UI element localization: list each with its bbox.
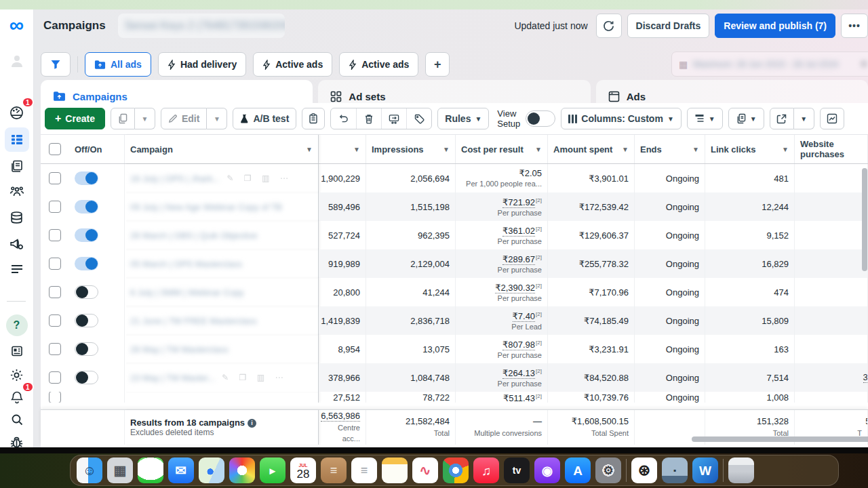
campaign-toggle[interactable] xyxy=(75,342,98,356)
sidebar-item-all-tools[interactable] xyxy=(5,257,29,281)
review-publish-button[interactable]: Review and publish (7) xyxy=(715,14,835,38)
campaign-toggle[interactable] xyxy=(75,171,98,185)
dock-maps-icon[interactable] xyxy=(199,458,224,483)
breakdown-dropdown[interactable]: ▼ xyxy=(687,108,723,129)
sidebar-item-notifications[interactable]: 1 xyxy=(5,385,29,409)
account-selector[interactable]: Sensei Keys 2 (764817391590206) ▼ xyxy=(118,14,285,38)
date-range-selector[interactable]: ▦ Maximum: 28 Jun 2023 - 28 Jul 2024 ▼ xyxy=(671,52,868,77)
row-hover-actions[interactable]: ✎ ❐ ▥ ⋯ xyxy=(222,373,287,382)
row-checkbox[interactable] xyxy=(49,371,61,384)
column-amount-spent[interactable]: Amount spent▼ xyxy=(548,135,635,163)
dock-calendar-icon[interactable]: JUL28 xyxy=(290,458,316,483)
dock-reminders-icon[interactable]: ≡ xyxy=(351,458,377,483)
sidebar-item-campaigns[interactable] xyxy=(5,127,29,152)
dock-launchpad-icon[interactable]: ▦ xyxy=(107,458,133,483)
select-all-checkbox[interactable] xyxy=(49,143,61,155)
sidebar-item-overview[interactable]: 1 xyxy=(5,100,29,125)
delete-button[interactable] xyxy=(356,108,381,129)
campaign-name[interactable]: 16 July | OPS | Jhark... xyxy=(130,174,220,184)
dock-mail-icon[interactable]: ✉ xyxy=(168,458,194,483)
ab-test-button[interactable]: A/B test xyxy=(233,108,296,129)
duplicate-dropdown[interactable]: ▼ xyxy=(135,108,155,129)
undo-button[interactable] xyxy=(331,108,356,129)
campaign-name[interactable]: 26 March | OBS | Quik Objective xyxy=(130,230,257,241)
sidebar-item-search[interactable] xyxy=(5,407,29,432)
campaign-toggle[interactable] xyxy=(75,371,98,384)
dock-contacts-icon[interactable]: ≡ xyxy=(321,458,347,483)
dock-chatgpt-icon[interactable]: ⊛ xyxy=(631,458,657,483)
sidebar-item-billing[interactable] xyxy=(5,205,29,230)
vertical-scrollbar[interactable] xyxy=(862,168,867,271)
row-checkbox[interactable] xyxy=(49,201,61,213)
export-placement-button[interactable] xyxy=(381,108,406,129)
column-website-purchases[interactable]: Website purchases xyxy=(795,135,868,163)
filter-had-delivery[interactable]: Had delivery xyxy=(158,52,246,77)
row-checkbox[interactable] xyxy=(49,314,61,327)
charts-button[interactable] xyxy=(820,108,844,129)
horizontal-scrollbar[interactable] xyxy=(692,436,868,442)
tag-button[interactable] xyxy=(406,108,431,129)
column-impressions[interactable]: Impressions▼ xyxy=(366,135,456,163)
column-results[interactable]: ▼ xyxy=(319,135,366,163)
dock-finder-icon[interactable]: ☺ xyxy=(77,458,102,483)
filter-button[interactable] xyxy=(41,52,71,77)
campaign-name[interactable]: 21 June | TM FREE Masterclass xyxy=(130,316,257,326)
sidebar-item-updates[interactable] xyxy=(5,339,29,363)
dock-facetime-icon[interactable]: ► xyxy=(260,458,285,483)
rules-dropdown[interactable]: Rules ▼ xyxy=(437,108,489,129)
dock-freeform-icon[interactable]: ∿ xyxy=(412,458,438,483)
column-campaign[interactable]: Campaign▼ xyxy=(125,135,319,163)
dock-music-icon[interactable]: ♫ xyxy=(473,458,499,483)
dock-photos-icon[interactable] xyxy=(229,458,255,483)
help-button[interactable]: ? xyxy=(5,313,29,338)
dock-notes-icon[interactable] xyxy=(382,458,408,483)
sidebar-item-advertise[interactable] xyxy=(5,231,29,256)
row-checkbox[interactable] xyxy=(49,286,61,298)
duplicate-button[interactable] xyxy=(111,108,135,129)
sidebar-item-report-bug[interactable] xyxy=(5,430,29,447)
campaign-toggle[interactable] xyxy=(75,285,98,299)
filter-all-ads[interactable]: All ads xyxy=(85,52,151,77)
create-button[interactable]: + Create xyxy=(45,108,105,129)
column-cost-per-result[interactable]: Cost per result▼ xyxy=(456,135,548,163)
dock-app-store-icon[interactable]: A xyxy=(565,458,591,483)
column-ends[interactable]: Ends▼ xyxy=(635,135,705,163)
campaign-name[interactable]: 26 May | TM Masterclass xyxy=(130,344,229,354)
edit-dropdown[interactable]: ▼ xyxy=(207,108,227,129)
sidebar-item-pages[interactable] xyxy=(5,154,29,178)
dock-messages-icon[interactable] xyxy=(138,458,163,483)
campaign-toggle[interactable] xyxy=(75,228,98,242)
edit-button[interactable]: Edit xyxy=(161,108,207,129)
dock-system-settings-icon[interactable]: ⚙ xyxy=(595,458,621,483)
row-checkbox[interactable] xyxy=(49,343,61,355)
campaign-toggle[interactable] xyxy=(75,314,98,327)
row-checkbox[interactable] xyxy=(49,392,61,403)
columns-dropdown[interactable]: Columns: Custom ▼ xyxy=(561,108,681,129)
discard-drafts-button[interactable]: Discard Drafts xyxy=(627,14,710,38)
column-link-clicks[interactable]: Link clicks▼ xyxy=(705,135,795,163)
campaign-name[interactable]: 09 July | New Age Webinar Copy of TB xyxy=(130,202,282,212)
add-filter-button[interactable]: + xyxy=(425,52,450,77)
reports-dropdown[interactable]: ▼ xyxy=(728,108,764,129)
dock-trash-icon[interactable] xyxy=(728,458,754,483)
campaign-name[interactable]: 23 May | TM Master... xyxy=(130,373,215,383)
info-icon[interactable]: i xyxy=(248,419,256,428)
row-checkbox[interactable] xyxy=(49,258,61,270)
row-checkbox[interactable] xyxy=(49,229,61,241)
dock-chrome-icon[interactable] xyxy=(443,458,469,483)
more-options-button[interactable]: ••• xyxy=(841,14,868,38)
filter-active-ads-2[interactable]: Active ads xyxy=(339,52,418,77)
row-checkbox[interactable] xyxy=(49,172,61,184)
campaign-name[interactable]: 6 July | SMM | Webinar Copy xyxy=(130,287,244,298)
view-setup-toggle[interactable] xyxy=(526,110,555,127)
refresh-button[interactable] xyxy=(596,14,622,38)
meta-logo-icon[interactable]: ∞ xyxy=(9,15,24,35)
export-dropdown[interactable]: ▼ xyxy=(794,108,814,129)
filter-active-ads-1[interactable]: Active ads xyxy=(253,52,332,77)
campaign-toggle[interactable] xyxy=(75,200,98,214)
export-button[interactable] xyxy=(770,108,794,129)
dock-podcasts-icon[interactable]: ◉ xyxy=(534,458,560,483)
sidebar-item-audiences[interactable] xyxy=(5,180,29,204)
dock-apple-tv-icon[interactable]: tv xyxy=(504,458,530,483)
dock-ms-word-icon[interactable]: W xyxy=(692,458,718,483)
